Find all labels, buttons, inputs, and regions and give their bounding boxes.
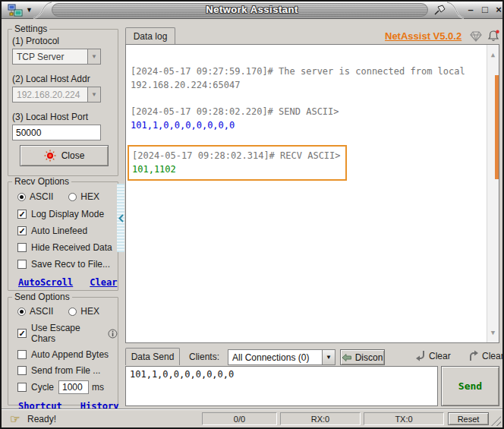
info-icon[interactable] [108,329,118,339]
send-options-group: Send Options ASCII HEX ✓ Use Escape Char… [8,297,118,405]
status-ready-text: Ready! [27,414,56,424]
statusbar: ☞ Ready! 0/0 RX:0 TX:0 Reset [2,409,502,427]
save-recv-to-file-checkbox[interactable]: Save Recv to File... [17,259,118,270]
log-body-line: 101,1,0,0,0,0,0,0,0 [131,118,482,132]
recv-options-group: Recv Options ASCII HEX ✓ Log Display Mod… [8,181,118,291]
local-addr-value: 192.168.20.224 [13,90,87,100]
maximize-button[interactable]: □ [478,3,492,17]
radio-icon [68,193,77,201]
clients-value: All Connections (0) [228,352,322,363]
arrow-curve-up-icon [468,350,479,361]
minimize-button[interactable]: – [464,3,477,17]
hide-received-data-checkbox[interactable]: Hide Received Data [17,242,118,253]
data-log-view[interactable]: [2024-05-17 09:27:59.170]# The server is… [125,44,499,343]
send-ascii-radio[interactable]: ASCII [17,306,53,317]
log-display-mode-checkbox[interactable]: ✓ Log Display Mode [17,209,118,219]
use-escape-chars-checkbox[interactable]: ✓ Use Escape Chars [17,323,118,344]
reset-button-label: Reset [458,415,480,424]
send-from-file-checkbox[interactable]: Send from File ... [17,365,118,376]
disconnect-button[interactable]: Discon [340,349,385,365]
log-entry-highlighted: [2024-05-17 09:28:02.314]# RECV ASCII> 1… [128,145,347,181]
chevron-down-icon[interactable]: ▼ [322,350,335,364]
clients-select[interactable]: All Connections (0) ▼ [228,349,335,365]
close-connection-button[interactable]: Close [20,145,109,166]
chevron-down-icon[interactable]: ▼ [87,49,100,64]
recv-hex-radio[interactable]: HEX [68,191,99,202]
tab-data-log[interactable]: Data log [125,27,175,44]
local-port-label: (3) Local Host Port [12,112,118,122]
protocol-value: TCP Server [13,52,87,62]
send-options-title: Send Options [12,292,72,302]
cycle-send-checkbox[interactable]: Cycle 1000 ms [17,380,118,394]
send-ascii-label: ASCII [30,306,53,317]
left-arrow-icon [342,354,351,361]
send-data-input[interactable]: 101,1,0,0,0,0,0,0,0 [125,366,438,406]
checkbox-icon [17,243,27,252]
scroll-up-icon[interactable]: ▲ [487,48,499,62]
log-body-line: 101,1102 [132,162,341,176]
netassist-version-link[interactable]: NetAssist V5.0.2 [385,30,461,42]
local-port-value: 50000 [16,128,41,138]
send-button[interactable]: Send [441,366,499,406]
notification-bell-icon[interactable] [487,30,500,42]
send-button-label: Send [458,380,482,392]
clear-recv-button[interactable]: Clear [415,350,451,361]
auto-append-bytes-checkbox[interactable]: Auto Append Bytes [17,349,118,360]
status-counter: 0/0 [202,412,277,425]
panel-collapse-splitter[interactable] [117,184,124,252]
discon-button-label: Discon [355,352,383,363]
send-hex-radio[interactable]: HEX [68,306,99,317]
scroll-down-icon[interactable]: ▼ [487,326,499,339]
log-body-line: 192.168.20.224:65047 [131,78,482,92]
recv-ascii-radio[interactable]: ASCII [17,191,53,202]
checkbox-icon [17,260,27,269]
log-entry: [2024-05-17 09:28:02.220]# SEND ASCII> 1… [131,105,482,132]
recv-hex-label: HEX [80,191,99,202]
send-data-value: 101,1,0,0,0,0,0,0,0 [130,369,234,380]
checkbox-icon: ✓ [17,210,27,219]
autoscroll-link[interactable]: AutoScroll [18,277,73,288]
resize-grip[interactable] [491,416,501,426]
checkbox-label: Hide Received Data [31,242,112,253]
recv-clear-link[interactable]: Clear [90,277,117,288]
checkbox-icon: ✓ [17,226,27,235]
cycle-interval-input[interactable]: 1000 [58,380,89,394]
titlebar[interactable]: ▼ Network Assistant – □ × [2,2,502,19]
checkbox-icon [17,350,27,359]
close-window-button[interactable]: × [492,3,504,17]
checkbox-label: Log Display Mode [31,209,104,219]
scroll-highlight-marker [495,75,499,179]
log-timestamp-line: [2024-05-17 09:28:02.314]# RECV ASCII> [132,149,341,162]
chevron-left-icon [118,214,124,222]
local-addr-label: (2) Local Host Addr [12,74,118,84]
window-title: Network Assistant [2,4,502,15]
tab-data-send[interactable]: Data Send [125,348,180,365]
radio-icon [17,193,26,201]
pin-icon[interactable] [433,4,447,17]
send-hex-label: HEX [80,306,99,317]
log-timestamp-line: [2024-05-17 09:27:59.170]# The server is… [131,65,482,78]
gem-icon[interactable] [470,31,482,42]
recv-ascii-label: ASCII [30,191,53,202]
arrow-curve-down-icon [415,350,426,361]
checkbox-icon [17,383,27,392]
settings-group: Settings (1) Protocol TCP Server ▼ (2) L… [8,29,118,176]
auto-linefeed-checkbox[interactable]: ✓ Auto Linefeed [17,226,118,236]
close-button-label: Close [61,150,85,161]
log-entry: [2024-05-17 09:27:59.170]# The server is… [131,65,482,92]
log-content: [2024-05-17 09:27:59.170]# The server is… [126,45,487,342]
checkbox-icon [17,366,27,375]
protocol-select[interactable]: TCP Server ▼ [12,49,101,65]
status-tx: TX:0 [364,412,444,425]
clear-send-button[interactable]: Clear [468,350,504,361]
checkbox-label: Auto Linefeed [31,226,87,236]
chevron-down-icon[interactable]: ▼ [87,87,100,102]
tab-data-send-label: Data Send [131,352,175,362]
local-addr-select[interactable]: 192.168.20.224 ▼ [12,87,101,103]
ready-hand-icon: ☞ [10,412,20,426]
local-port-input[interactable]: 50000 [12,125,101,140]
cycle-label: Cycle [31,382,54,393]
radio-icon [68,308,77,316]
reset-button[interactable]: Reset [448,412,489,425]
checkbox-icon: ✓ [17,329,27,338]
